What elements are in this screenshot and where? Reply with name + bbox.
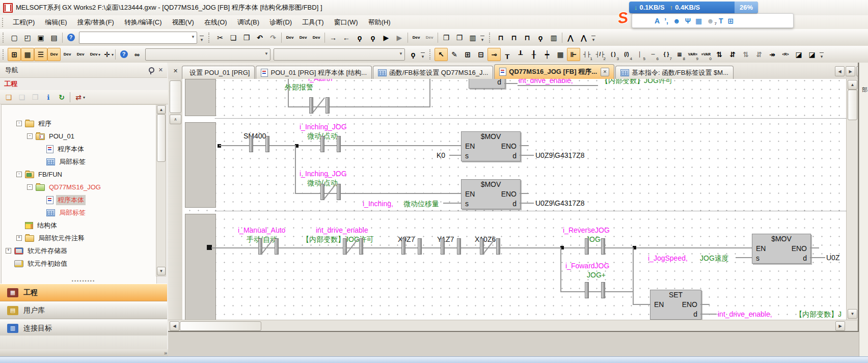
- fb-mov-1[interactable]: $MOV ENENO sd: [461, 131, 521, 161]
- document-tab[interactable]: QD77MS16_JOG [FB] 程序...✕: [494, 64, 614, 79]
- brace-icon[interactable]: { }7: [660, 48, 673, 61]
- ladder-comment-label[interactable]: JOG+: [587, 270, 606, 280]
- vertical-line-icon[interactable]: │5: [633, 48, 646, 61]
- cut-icon[interactable]: ✂: [213, 31, 227, 44]
- window-cascade-icon[interactable]: ❐: [440, 31, 453, 44]
- nav-tool-item[interactable]: [70, 92, 70, 102]
- tree-expander-icon[interactable]: -: [16, 172, 22, 177]
- copy-data-icon[interactable]: ❏: [15, 91, 29, 104]
- device-display-icon[interactable]: Dev: [410, 31, 423, 44]
- no-contact-sm400[interactable]: [249, 136, 269, 151]
- monitor-pause-icon[interactable]: ▶: [393, 31, 406, 44]
- refresh-icon[interactable]: ↻: [55, 91, 68, 104]
- gutter-thumb[interactable]: [170, 80, 181, 113]
- panel-splitter[interactable]: •••••••••: [0, 278, 167, 284]
- branch-line-icon[interactable]: ┿: [540, 48, 554, 61]
- toolbar-item[interactable]: [562, 33, 562, 43]
- watch-start-icon[interactable]: ϙ: [534, 31, 547, 44]
- device-find-icon[interactable]: Dev: [47, 48, 61, 61]
- ladder-operand-label[interactable]: U0Z9\G4317Z8: [535, 151, 585, 160]
- new-project-icon[interactable]: ▢: [8, 31, 21, 44]
- scroll-right-icon[interactable]: ▶: [835, 321, 845, 331]
- nc-contact-manual-auto[interactable]: [258, 238, 279, 254]
- menu-item[interactable]: 工程(P): [8, 16, 40, 28]
- device-search-icon[interactable]: ϙ: [353, 31, 366, 44]
- ladder-comment-label[interactable]: 【内部变数】JOG许可: [601, 79, 673, 85]
- write-to-plc-icon[interactable]: Dev: [283, 31, 296, 44]
- scroll-up-icon[interactable]: ▲: [157, 105, 166, 114]
- ime-emoji-icon[interactable]: ☻: [673, 17, 681, 24]
- menu-item[interactable]: 工具(T): [297, 16, 329, 28]
- toolbar-item[interactable]: [62, 33, 63, 43]
- menu-item[interactable]: 转换/编译(C): [119, 16, 167, 28]
- jump-icon[interactable]: ↠: [766, 48, 779, 61]
- tree-scrollbar[interactable]: ▲ ▼: [156, 104, 166, 276]
- eraser-green-icon[interactable]: ◪: [792, 48, 805, 61]
- comment-box-icon[interactable]: ▦: [554, 48, 567, 61]
- project-view-icon[interactable]: ⊞: [8, 48, 21, 61]
- ladder-var-label[interactable]: i_Inching,: [363, 199, 393, 208]
- ladder-operand-label[interactable]: U0Z: [826, 253, 839, 262]
- tree-expander-icon[interactable]: +: [16, 235, 22, 241]
- sogou-logo-icon[interactable]: S: [617, 9, 629, 27]
- device-comment-icon[interactable]: Dev: [74, 48, 87, 61]
- toolbar-overflow-icon[interactable]: [199, 32, 205, 44]
- scroll-down-icon[interactable]: ▼: [157, 267, 166, 275]
- ladder-var-label[interactable]: int_drive_enable,: [519, 79, 573, 85]
- tab-scroll-right-icon[interactable]: ▶: [846, 66, 855, 76]
- fb-block-partial[interactable]: d: [469, 79, 505, 89]
- output-label-icon[interactable]: ⇵: [726, 48, 739, 61]
- no-contact-forward-jog[interactable]: [585, 282, 605, 297]
- transfer-setup-icon[interactable]: →: [327, 31, 340, 44]
- paste-data-icon[interactable]: ❒: [29, 91, 42, 104]
- open-project-icon[interactable]: ◰: [21, 31, 34, 44]
- insert-row-icon[interactable]: ⊞: [461, 48, 474, 61]
- tree-item[interactable]: 结构体: [2, 219, 156, 232]
- more-buttons-icon[interactable]: »: [164, 350, 167, 356]
- assign-var-icon[interactable]: =VAR0: [699, 48, 713, 61]
- editor-horizontal-scrollbar[interactable]: ◀ ▶: [168, 320, 857, 331]
- pen-mode-icon[interactable]: ✎: [448, 48, 461, 61]
- save-project-icon[interactable]: ▣: [34, 31, 47, 44]
- verify-with-plc-icon[interactable]: Dev: [310, 31, 323, 44]
- nc-contact-i-alarm[interactable]: [309, 97, 330, 113]
- ladder-var-label[interactable]: i_Inching_JOG: [300, 122, 347, 131]
- return-icon[interactable]: <R>: [779, 48, 792, 61]
- ladder-var-label[interactable]: int_drive_enable,: [718, 310, 772, 319]
- ladder-editor-canvas[interactable]: i_Alarm 外部报警 d int_drive_enable, 【内部变数】J…: [182, 79, 846, 320]
- tree-expander-icon[interactable]: -: [27, 184, 33, 190]
- closed-contact-icon[interactable]: ┤/├2: [593, 48, 607, 61]
- closed-coil-icon[interactable]: (/)4: [620, 48, 633, 61]
- quick-find-combobox[interactable]: [79, 32, 197, 44]
- device-search-all-icon[interactable]: ϙ: [366, 31, 379, 44]
- tree-item[interactable]: 软元件初始值: [2, 257, 156, 270]
- document-tab[interactable]: 设置 POU_01 [PRG]: [182, 66, 255, 79]
- ladder-operand-label[interactable]: U0Z9\G4317Z8: [535, 199, 585, 208]
- sort-icon[interactable]: ⇄: [72, 91, 85, 104]
- undo-icon[interactable]: ↶: [253, 31, 266, 44]
- tree-item[interactable]: 局部标签: [2, 206, 156, 219]
- horizontal-line-icon[interactable]: ─6: [646, 48, 660, 61]
- find-binoculars-icon[interactable]: ∞: [130, 48, 144, 61]
- pulse-monitor-icon[interactable]: ⊓: [521, 31, 534, 44]
- ime-punctuation-icon[interactable]: ’,: [664, 17, 668, 24]
- paste-icon[interactable]: ❒: [240, 31, 253, 44]
- ime-person-icon[interactable]: ☻7: [707, 17, 714, 24]
- fb-set[interactable]: SET ENENO d: [650, 290, 701, 320]
- ladder-var-label[interactable]: i_FowardJOG: [565, 261, 609, 270]
- find-in-page-icon[interactable]: ϙ: [406, 48, 420, 61]
- help-icon[interactable]: ?: [64, 31, 77, 44]
- scroll-down-icon[interactable]: ▼: [848, 309, 857, 319]
- tree-item[interactable]: 程序本体: [2, 193, 156, 206]
- no-contact-reverse-jog[interactable]: [585, 238, 605, 254]
- scroll-thumb[interactable]: [848, 90, 857, 120]
- monitor-start-icon[interactable]: ⊓: [494, 31, 507, 44]
- branch-up-icon[interactable]: ┸: [514, 48, 527, 61]
- scroll-thumb[interactable]: [180, 321, 261, 331]
- tree-expander-icon[interactable]: -: [16, 121, 22, 126]
- document-tab[interactable]: 函数/FB标签设置 QD77MS16_J...: [373, 66, 493, 79]
- ladder-var-label[interactable]: i_Manual_Auto: [238, 226, 285, 235]
- find-text-combobox[interactable]: [274, 48, 405, 61]
- ladder-comment-label[interactable]: JOG速度: [700, 254, 729, 263]
- input-label-icon[interactable]: ⇅: [713, 48, 726, 61]
